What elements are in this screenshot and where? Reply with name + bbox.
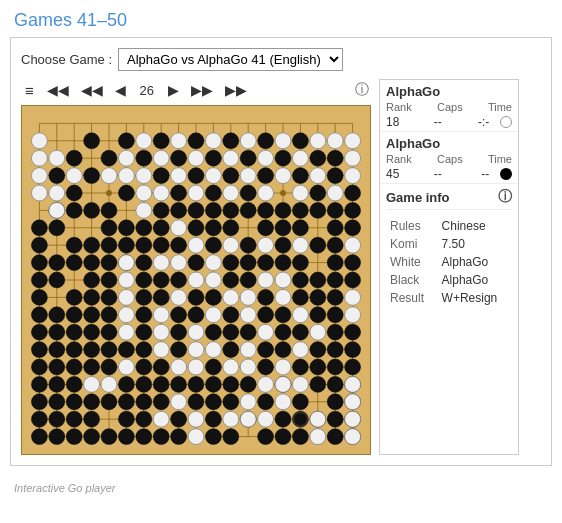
svg-point-165 (84, 307, 100, 323)
svg-point-250 (118, 411, 134, 427)
svg-point-269 (205, 429, 221, 445)
prev-button[interactable]: ◀ (112, 81, 129, 99)
game-info-title: Game info (386, 190, 450, 205)
svg-point-287 (171, 133, 187, 149)
svg-point-276 (49, 150, 65, 166)
svg-point-178 (84, 324, 100, 340)
svg-point-300 (310, 168, 326, 184)
next10-button[interactable]: ▶▶ (188, 81, 216, 99)
svg-point-123 (310, 237, 326, 253)
svg-point-173 (310, 307, 326, 323)
svg-point-273 (292, 429, 308, 445)
svg-point-189 (31, 342, 47, 358)
svg-point-237 (136, 394, 152, 410)
svg-point-308 (153, 185, 169, 201)
svg-point-303 (345, 133, 361, 149)
svg-point-307 (136, 185, 152, 201)
svg-point-372 (188, 429, 204, 445)
choose-game-select[interactable]: AlphaGo vs AlphaGo 41 (English) (118, 48, 343, 71)
svg-point-279 (31, 168, 47, 184)
svg-point-141 (136, 272, 152, 288)
result-value: W+Resign (440, 290, 510, 306)
svg-point-196 (171, 342, 187, 358)
svg-point-131 (223, 255, 239, 271)
svg-point-370 (345, 394, 361, 410)
svg-point-216 (31, 376, 47, 392)
game-info-table: Rules Chinese Komi 7.50 White AlphaGo Bl… (386, 216, 512, 308)
svg-point-106 (205, 220, 221, 236)
svg-point-375 (258, 411, 274, 427)
go-board-wrapper[interactable] (21, 105, 371, 455)
svg-point-63 (49, 168, 65, 184)
svg-point-325 (205, 255, 221, 271)
svg-point-356 (223, 359, 239, 375)
svg-point-231 (31, 394, 47, 410)
hamburger-button[interactable]: ≡ (21, 80, 38, 101)
svg-point-377 (345, 411, 361, 427)
info-icon[interactable]: ⓘ (498, 188, 512, 206)
svg-point-113 (49, 255, 65, 271)
svg-point-336 (345, 289, 361, 305)
svg-point-195 (136, 342, 152, 358)
last-move-button[interactable]: ▶▶ (222, 81, 250, 99)
svg-point-129 (136, 255, 152, 271)
svg-point-217 (49, 376, 65, 392)
svg-point-88 (136, 220, 152, 236)
svg-point-224 (205, 376, 221, 392)
svg-point-359 (84, 376, 100, 392)
next-button[interactable]: ▶ (165, 81, 182, 99)
svg-point-233 (66, 394, 82, 410)
svg-point-100 (345, 202, 361, 218)
svg-point-179 (101, 324, 117, 340)
svg-point-241 (223, 394, 239, 410)
svg-point-342 (345, 307, 361, 323)
svg-point-52 (136, 150, 152, 166)
svg-point-348 (153, 342, 169, 358)
svg-point-133 (258, 255, 274, 271)
first-move-button[interactable]: ◀◀ (44, 81, 72, 99)
svg-point-229 (327, 376, 343, 392)
svg-point-191 (66, 342, 82, 358)
svg-point-75 (84, 202, 100, 218)
svg-point-145 (240, 272, 256, 288)
svg-point-320 (292, 237, 308, 253)
svg-point-69 (292, 168, 308, 184)
svg-point-86 (101, 220, 117, 236)
svg-point-329 (188, 272, 204, 288)
svg-point-260 (31, 429, 47, 445)
svg-point-207 (101, 359, 117, 375)
svg-point-249 (84, 411, 100, 427)
svg-point-118 (153, 237, 169, 253)
svg-point-105 (188, 220, 204, 236)
help-button[interactable]: ⓘ (353, 79, 371, 101)
move-number: 26 (135, 83, 159, 98)
time-header-white: Time (488, 101, 512, 113)
svg-point-65 (153, 168, 169, 184)
svg-point-140 (101, 272, 117, 288)
player-white-stone-indicator (500, 116, 512, 128)
svg-point-371 (153, 411, 169, 427)
svg-point-341 (292, 307, 308, 323)
svg-point-166 (101, 307, 117, 323)
player-white-stats-values: 18 -- -:- (386, 115, 512, 129)
svg-point-121 (240, 237, 256, 253)
svg-point-61 (292, 133, 308, 149)
svg-point-185 (275, 324, 291, 340)
svg-point-57 (223, 133, 239, 149)
prev10-button[interactable]: ◀◀ (78, 81, 106, 99)
svg-point-174 (327, 307, 343, 323)
svg-point-104 (153, 220, 169, 236)
svg-point-87 (118, 220, 134, 236)
svg-point-175 (31, 324, 47, 340)
svg-point-68 (258, 168, 274, 184)
svg-point-170 (223, 307, 239, 323)
svg-point-90 (171, 202, 187, 218)
svg-point-168 (171, 307, 187, 323)
svg-point-345 (188, 324, 204, 340)
svg-point-367 (240, 394, 256, 410)
svg-point-152 (66, 289, 82, 305)
svg-point-204 (49, 359, 65, 375)
svg-point-228 (310, 376, 326, 392)
svg-point-282 (66, 168, 82, 184)
svg-point-274 (327, 429, 343, 445)
